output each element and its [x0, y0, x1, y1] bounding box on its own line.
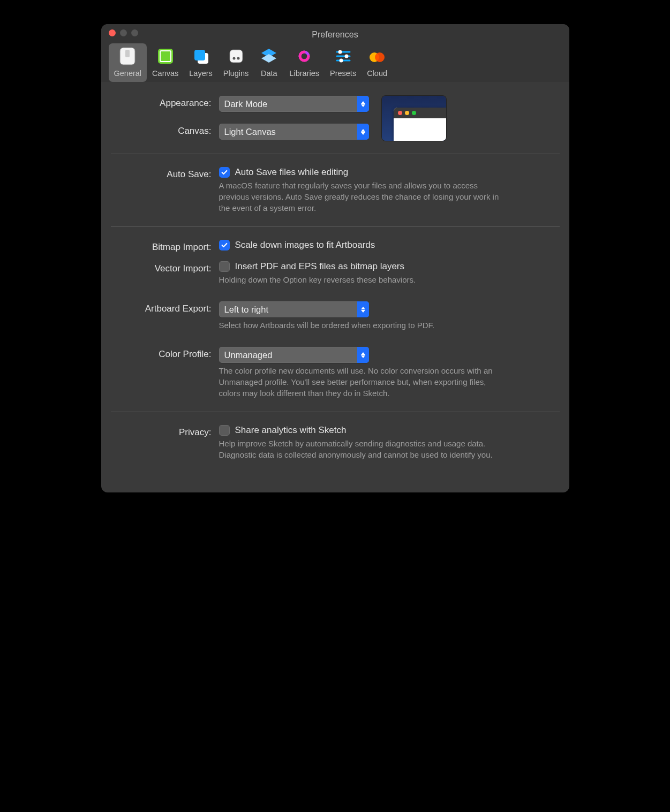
- plugins-icon: [227, 47, 246, 66]
- tab-data[interactable]: Data: [254, 43, 284, 82]
- select-arrows-icon: [357, 96, 369, 112]
- titlebar: Preferences General Canvas Layers: [101, 24, 569, 82]
- svg-rect-6: [230, 50, 243, 63]
- select-arrows-icon: [357, 347, 369, 363]
- svg-rect-1: [125, 50, 130, 57]
- vector-import-checkbox[interactable]: Insert PDF and EPS files as bitmap layer…: [219, 261, 560, 272]
- preferences-toolbar: General Canvas Layers Plugins: [109, 40, 562, 82]
- canvas-select[interactable]: Light Canvas: [219, 124, 369, 140]
- tab-label: Data: [261, 69, 277, 78]
- checkbox-checked-icon: [219, 167, 230, 178]
- bitmap-import-checkbox-label: Scale down images to fit Artboards: [235, 240, 375, 251]
- presets-icon: [334, 47, 353, 66]
- privacy-label: Privacy:: [111, 425, 212, 438]
- artboard-export-value: Left to right: [224, 305, 269, 315]
- minimize-window-button[interactable]: [120, 29, 127, 36]
- svg-point-7: [232, 57, 235, 60]
- window-controls: [109, 29, 138, 36]
- tab-label: Libraries: [289, 69, 319, 78]
- zoom-window-button[interactable]: [131, 29, 138, 36]
- general-icon: [118, 47, 137, 66]
- import-hint: Holding down the Option key reverses the…: [219, 274, 508, 285]
- svg-point-16: [339, 59, 343, 63]
- tab-label: General: [114, 69, 142, 78]
- divider: [111, 412, 560, 412]
- svg-rect-5: [194, 50, 205, 60]
- color-profile-select[interactable]: Unmanaged: [219, 347, 369, 363]
- tab-cloud[interactable]: Cloud: [362, 43, 393, 82]
- auto-save-label: Auto Save:: [111, 167, 212, 180]
- color-profile-value: Unmanaged: [224, 350, 273, 360]
- privacy-checkbox-label: Share analytics with Sketch: [235, 425, 347, 436]
- appearance-select[interactable]: Dark Mode: [219, 96, 369, 112]
- auto-save-hint: A macOS feature that regularly saves you…: [219, 180, 508, 214]
- close-window-button[interactable]: [109, 29, 116, 36]
- color-profile-hint: The color profile new documents will use…: [219, 365, 508, 399]
- bitmap-import-checkbox[interactable]: Scale down images to fit Artboards: [219, 240, 560, 251]
- window-title: Preferences: [109, 30, 562, 40]
- artboard-export-label: Artboard Export:: [111, 301, 212, 314]
- artboard-export-select[interactable]: Left to right: [219, 301, 369, 317]
- svg-point-14: [338, 50, 342, 54]
- tab-label: Layers: [189, 69, 213, 78]
- svg-marker-10: [261, 54, 276, 63]
- canvas-icon: [156, 47, 175, 66]
- tab-label: Presets: [330, 69, 356, 78]
- checkbox-checked-icon: [219, 240, 230, 251]
- artboard-export-hint: Select how Artboards will be ordered whe…: [219, 320, 508, 331]
- select-arrows-icon: [357, 124, 369, 140]
- checkbox-unchecked-icon: [219, 261, 230, 272]
- tab-presets[interactable]: Presets: [325, 43, 362, 82]
- tab-layers[interactable]: Layers: [184, 43, 218, 82]
- tab-plugins[interactable]: Plugins: [218, 43, 254, 82]
- preferences-window: Preferences General Canvas Layers: [101, 24, 569, 492]
- cloud-icon: [367, 47, 387, 66]
- appearance-preview: [382, 96, 446, 141]
- tab-libraries[interactable]: Libraries: [284, 43, 325, 82]
- vector-import-checkbox-label: Insert PDF and EPS files as bitmap layer…: [235, 261, 405, 272]
- auto-save-checkbox[interactable]: Auto Save files while editing: [219, 167, 560, 178]
- checkbox-unchecked-icon: [219, 425, 230, 436]
- svg-point-15: [344, 55, 348, 58]
- tab-canvas[interactable]: Canvas: [147, 43, 184, 82]
- tab-label: Plugins: [223, 69, 249, 78]
- appearance-label: Appearance:: [111, 96, 212, 109]
- svg-point-8: [237, 57, 239, 60]
- libraries-icon: [295, 47, 314, 66]
- divider: [111, 226, 560, 227]
- preferences-body: Appearance: Dark Mode Canvas: Light Canv…: [101, 82, 569, 492]
- bitmap-import-label: Bitmap Import:: [111, 240, 212, 253]
- select-arrows-icon: [357, 301, 369, 317]
- tab-label: Cloud: [367, 69, 387, 78]
- tab-general[interactable]: General: [109, 43, 147, 82]
- canvas-value: Light Canvas: [224, 127, 276, 137]
- appearance-value: Dark Mode: [224, 99, 268, 109]
- divider: [111, 154, 560, 154]
- vector-import-label: Vector Import:: [111, 261, 212, 274]
- svg-point-18: [375, 52, 385, 62]
- color-profile-label: Color Profile:: [111, 347, 212, 360]
- tab-label: Canvas: [152, 69, 178, 78]
- privacy-checkbox[interactable]: Share analytics with Sketch: [219, 425, 560, 436]
- data-icon: [259, 47, 278, 66]
- auto-save-checkbox-label: Auto Save files while editing: [235, 167, 349, 178]
- layers-icon: [191, 47, 210, 66]
- privacy-hint: Help improve Sketch by automatically sen…: [219, 438, 508, 460]
- canvas-label: Canvas:: [111, 124, 212, 136]
